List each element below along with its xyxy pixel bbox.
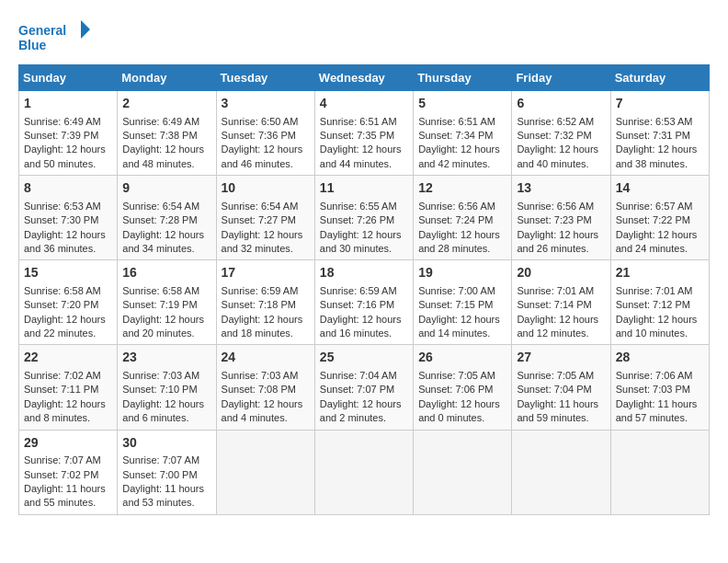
week-row-3: 15Sunrise: 6:58 AMSunset: 7:20 PMDayligh… [19, 260, 710, 345]
daylight-text: Daylight: 12 hours and 38 minutes. [616, 143, 704, 171]
sunrise-text: Sunrise: 6:55 AM [320, 200, 408, 213]
calendar-cell: 12Sunrise: 6:56 AMSunset: 7:24 PMDayligh… [414, 176, 512, 260]
weekday-header-tuesday: Tuesday [216, 65, 314, 91]
sunrise-text: Sunrise: 7:03 AM [222, 369, 310, 383]
sunrise-text: Sunrise: 6:53 AM [616, 115, 704, 129]
sunset-text: Sunset: 7:27 PM [222, 213, 310, 227]
sunrise-text: Sunrise: 6:51 AM [418, 115, 506, 129]
sunset-text: Sunset: 7:28 PM [122, 213, 210, 227]
day-number: 24 [222, 349, 310, 367]
weekday-header-monday: Monday [118, 65, 216, 91]
calendar-cell: 14Sunrise: 6:57 AMSunset: 7:22 PMDayligh… [610, 176, 709, 260]
daylight-text: Daylight: 12 hours and 18 minutes. [222, 313, 310, 341]
day-number: 12 [418, 179, 506, 198]
day-number: 16 [122, 264, 210, 282]
calendar-cell: 28Sunrise: 7:06 AMSunset: 7:03 PMDayligh… [610, 345, 709, 430]
svg-marker-2 [81, 20, 90, 39]
daylight-text: Daylight: 12 hours and 14 minutes. [418, 313, 506, 341]
sunrise-text: Sunrise: 6:50 AM [222, 115, 310, 129]
daylight-text: Daylight: 12 hours and 26 minutes. [517, 228, 605, 257]
sunset-text: Sunset: 7:24 PM [418, 213, 506, 227]
day-number: 3 [222, 95, 310, 113]
sunrise-text: Sunrise: 6:52 AM [517, 115, 605, 129]
svg-text:Blue: Blue [18, 38, 47, 52]
sunrise-text: Sunrise: 6:59 AM [320, 284, 408, 298]
calendar-cell: 9Sunrise: 6:54 AMSunset: 7:28 PMDaylight… [118, 176, 216, 260]
sunrise-text: Sunrise: 7:07 AM [122, 454, 210, 467]
calendar-cell: 8Sunrise: 6:53 AMSunset: 7:30 PMDaylight… [19, 176, 118, 260]
sunrise-text: Sunrise: 6:53 AM [24, 200, 112, 213]
calendar-cell: 26Sunrise: 7:05 AMSunset: 7:06 PMDayligh… [414, 345, 512, 430]
day-number: 22 [24, 349, 112, 367]
sunset-text: Sunset: 7:20 PM [24, 298, 112, 312]
day-number: 20 [517, 264, 605, 282]
sunset-text: Sunset: 7:39 PM [24, 129, 112, 143]
calendar-cell: 17Sunrise: 6:59 AMSunset: 7:18 PMDayligh… [216, 260, 314, 345]
daylight-text: Daylight: 11 hours and 53 minutes. [122, 482, 210, 511]
daylight-text: Daylight: 12 hours and 20 minutes. [122, 313, 210, 341]
day-number: 10 [222, 179, 310, 198]
calendar-cell: 11Sunrise: 6:55 AMSunset: 7:26 PMDayligh… [314, 176, 413, 260]
daylight-text: Daylight: 12 hours and 34 minutes. [122, 228, 210, 257]
sunset-text: Sunset: 7:08 PM [222, 383, 310, 396]
day-number: 21 [616, 264, 704, 282]
sunset-text: Sunset: 7:38 PM [122, 129, 210, 143]
sunrise-text: Sunrise: 6:49 AM [24, 115, 112, 129]
sunset-text: Sunset: 7:19 PM [122, 298, 210, 312]
week-row-5: 29Sunrise: 7:07 AMSunset: 7:02 PMDayligh… [19, 430, 710, 514]
daylight-text: Daylight: 12 hours and 12 minutes. [517, 313, 605, 341]
calendar-cell: 25Sunrise: 7:04 AMSunset: 7:07 PMDayligh… [314, 345, 413, 430]
day-number: 30 [122, 434, 210, 453]
daylight-text: Daylight: 11 hours and 59 minutes. [517, 397, 605, 426]
daylight-text: Daylight: 12 hours and 42 minutes. [418, 143, 506, 171]
sunset-text: Sunset: 7:14 PM [517, 298, 605, 312]
sunrise-text: Sunrise: 6:58 AM [24, 284, 112, 298]
sunset-text: Sunset: 7:32 PM [517, 129, 605, 143]
daylight-text: Daylight: 12 hours and 22 minutes. [24, 313, 112, 341]
calendar-cell: 18Sunrise: 6:59 AMSunset: 7:16 PMDayligh… [314, 260, 413, 345]
sunset-text: Sunset: 7:23 PM [517, 213, 605, 227]
weekday-header-saturday: Saturday [610, 65, 709, 91]
daylight-text: Daylight: 12 hours and 16 minutes. [320, 313, 408, 341]
calendar-cell: 1Sunrise: 6:49 AMSunset: 7:39 PMDaylight… [19, 91, 118, 176]
day-number: 11 [320, 179, 408, 198]
sunset-text: Sunset: 7:34 PM [418, 129, 506, 143]
calendar-cell [512, 430, 610, 514]
calendar-cell: 19Sunrise: 7:00 AMSunset: 7:15 PMDayligh… [414, 260, 512, 345]
daylight-text: Daylight: 12 hours and 36 minutes. [24, 228, 112, 257]
logo-svg: General Blue [18, 18, 92, 55]
sunrise-text: Sunrise: 6:59 AM [222, 284, 310, 298]
calendar-cell: 15Sunrise: 6:58 AMSunset: 7:20 PMDayligh… [19, 260, 118, 345]
daylight-text: Daylight: 12 hours and 46 minutes. [222, 143, 310, 171]
calendar-cell: 23Sunrise: 7:03 AMSunset: 7:10 PMDayligh… [118, 345, 216, 430]
day-number: 5 [418, 95, 506, 113]
week-row-2: 8Sunrise: 6:53 AMSunset: 7:30 PMDaylight… [19, 176, 710, 260]
day-number: 26 [418, 349, 506, 367]
calendar-cell: 7Sunrise: 6:53 AMSunset: 7:31 PMDaylight… [610, 91, 709, 176]
sunset-text: Sunset: 7:06 PM [418, 383, 506, 396]
calendar-cell [216, 430, 314, 514]
sunrise-text: Sunrise: 7:05 AM [517, 369, 605, 383]
sunrise-text: Sunrise: 7:04 AM [320, 369, 408, 383]
sunset-text: Sunset: 7:36 PM [222, 129, 310, 143]
sunset-text: Sunset: 7:30 PM [24, 213, 112, 227]
calendar-cell [314, 430, 413, 514]
weekday-header-sunday: Sunday [19, 65, 118, 91]
day-number: 25 [320, 349, 408, 367]
daylight-text: Daylight: 12 hours and 44 minutes. [320, 143, 408, 171]
calendar-cell: 29Sunrise: 7:07 AMSunset: 7:02 PMDayligh… [19, 430, 118, 514]
calendar-cell: 24Sunrise: 7:03 AMSunset: 7:08 PMDayligh… [216, 345, 314, 430]
sunrise-text: Sunrise: 6:49 AM [122, 115, 210, 129]
day-number: 6 [517, 95, 605, 113]
daylight-text: Daylight: 12 hours and 28 minutes. [418, 228, 506, 257]
sunrise-text: Sunrise: 6:51 AM [320, 115, 408, 129]
day-number: 13 [517, 179, 605, 198]
day-number: 27 [517, 349, 605, 367]
daylight-text: Daylight: 12 hours and 40 minutes. [517, 143, 605, 171]
calendar-cell [414, 430, 512, 514]
sunrise-text: Sunrise: 7:02 AM [24, 369, 112, 383]
day-number: 29 [24, 434, 112, 453]
sunset-text: Sunset: 7:10 PM [122, 383, 210, 396]
weekday-header-wednesday: Wednesday [314, 65, 413, 91]
daylight-text: Daylight: 11 hours and 57 minutes. [616, 397, 704, 426]
